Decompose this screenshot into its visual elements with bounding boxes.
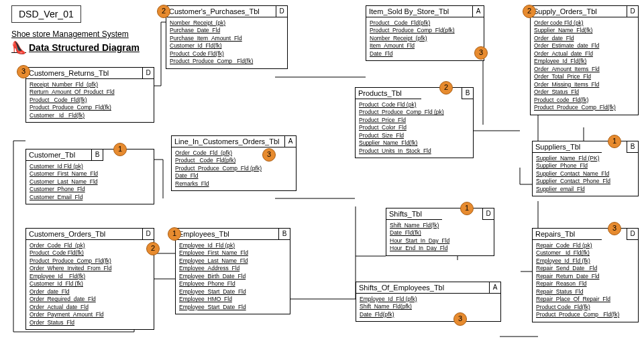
dsd-version-text: DSD_Ver_01 [19,9,74,19]
table-title: Shifts_Of_Employees_Tbl [356,282,500,294]
table-title: Products_Tbl [356,88,421,99]
field: Order_Payment_Amount_Fld [30,311,150,318]
table-customers-purchases: 2 Customer's_Purchases_Tbl D Nomber_Rece… [166,5,288,69]
table-repairs: Repairs_Tbl 3 D Repair_Code_Fld (pk)Cust… [532,228,639,322]
field: Purchase_Item_Amount_Fld [170,35,284,42]
corner-letter: B [91,149,103,161]
table-fields: Customer_Id Fld (pk)Customer_First_Name_… [26,161,154,204]
table-title: Customers_Orders_Tbl [26,229,154,240]
corner-letter: D [142,228,154,240]
corner-letter: A [472,5,484,17]
field: Order_Actual_date_Fld [534,50,635,58]
table-fields: Product _Code_Fld(pfk)Product_Produce_Co… [366,17,484,60]
badge: 3 [608,222,621,235]
field: Supplier_Contact_Name_Fld [536,170,635,178]
field: Receipt_Number_Fld_(pfk) [30,81,150,88]
field: Order_Required_date_Fld [30,296,150,303]
table-customer: Customer_Tbl 1 B Customer_Id Fld (pk)Cus… [25,149,154,204]
field: Repair_Reason_Fld [536,280,635,288]
badge: 3 [453,312,467,326]
table-title: Line_In_Customers_Orders_Tbl [172,136,296,147]
field: Repair_Return_Date_Fld [536,273,635,280]
corner-letter: B [627,141,639,153]
field: Customer_Id Fld (pk) [30,163,150,170]
table-customers-returns: 3 Customers_Returns_Tbl D Receipt_Number… [25,67,154,123]
field: Product _Code_Fld(fk) [30,97,150,104]
dsd-version-box: DSD_Ver_01 [11,5,81,23]
table-line-in-orders: Line_In_Customers_Orders_Tbl A 3 Order_C… [171,135,297,191]
field: Remarks_Fld [175,180,292,188]
table-products: Products_Tbl 2 B Product_Code Fld (pk)Pr… [355,87,474,158]
badge: 3 [474,46,488,60]
table-fields: Order_Code_Fld_(pfk)Product_ Code_Fld(pf… [172,147,296,190]
field: Product Code_Fld(fk) [536,304,635,311]
table-fields: Order_Code_Fld_(pk)Product_Code Fld(fk)P… [26,240,154,329]
field: Product_Produce_Comp_ Fld(fk) [536,311,635,318]
field: Product_Code Fld(fk) [170,50,284,58]
field: Customer_First_Name_Fld [30,170,150,178]
field: Product_ Code_Fld(pfk) [175,157,292,164]
table-suppliers: Suppliers_Tbl 1 B Supplier_Name_Fld (PK)… [532,141,639,196]
corner-letter: A [489,282,501,294]
badge: 2 [157,5,170,18]
field: Employee_Id_Fld (fk) [536,257,635,265]
field: Order_Where_Invited_From_Fld [30,265,150,272]
field: Order_Estimate_date_Fld [534,42,635,50]
table-customers-orders: Customers_Orders_Tbl D 2 Order_Code_Fld_… [25,228,154,330]
field: Order_Status_Fld [534,88,635,96]
field: Order_Amount_Items_Fld [534,66,635,73]
field: Customer_Phone_Fld [30,186,150,193]
field: Supplier_Contact_Phone_Fld [536,178,635,185]
field: Supplier_Name_Fld(fk) [359,139,470,147]
field: Employee_Phone_Fld [179,280,286,288]
field: Date_Fld(pfk) [360,311,497,318]
field: Product_Produce_Comp_ Fld(fk) [170,58,284,65]
field: Order_Actual_date_Fld [30,304,150,311]
field: Supplier_Phone_Fld [536,162,635,170]
field: Rerturn_Amount_Of_Product_Fld [30,88,150,96]
field: Product_Size_Fld [359,132,470,139]
table-fields: Employee_Id_Fld (pk)Employee_First_Name_… [176,240,290,314]
corner-letter: A [284,135,297,147]
field: Employee_First_Name_Fld [179,249,286,257]
badge: 2 [439,81,453,95]
field: Shift_Name_Fld(fk) [390,222,490,229]
corner-letter: B [278,228,290,240]
field: Order_Status_Fld [30,319,150,326]
table-title: Shifts_Tbl [386,208,442,220]
table-fields: Employee_Id_Fld (pfk)Shift_Name_Fld(pfk)… [356,294,500,321]
table-shifts: Shifts_Tbl 1 D Shift_Name_Fld(fk)Date_Fl… [386,208,494,256]
field: Customer _Id_Fld(fk) [536,249,635,257]
table-fields: Product_Code Fld (pk)Product_Produce_Com… [356,99,473,158]
shoe-icon: 👠 [11,40,26,55]
table-fields: Repair_Code_Fld (pk)Customer _Id_Fld(fk)… [533,240,638,322]
field: Product_Code Fld (pk) [359,101,470,109]
table-title: Repairs_Tbl [533,229,602,240]
field: Employee_Id_Fld (pk) [179,242,286,249]
field: Product_Produce_Comp_Fld(fk) [30,104,150,111]
field: Repair_Code_Fld (pk) [536,242,635,249]
field: Employee_Birth_Date_Fld [179,273,286,280]
corner-letter: D [482,208,494,220]
field: Purchase_Date_Fld [170,27,284,34]
table-fields: Receipt_Number_Fld_(pfk)Rerturn_Amount_O… [26,79,154,122]
field: Supplier_Name_Fld(fk) [534,27,635,34]
field: Order_Missing_Items_Fld [534,81,635,88]
field: Product_Code Fld(fk) [30,249,150,257]
field: Date_Fld(fk) [390,229,490,237]
corner-letter: D [627,5,639,17]
table-shifts-of-employees: Shifts_Of_Employees_Tbl A 3 Employee_Id_… [356,282,501,322]
field: Product_Produce_Comp_Fld (pfk) [175,165,292,172]
field: Employee_Address_Fld [179,265,286,272]
badge: 1 [460,202,474,215]
field: Product_Produce_Comp_Fld(pfk) [370,27,480,34]
badge: 2 [523,5,536,18]
field: Product_Price_Fld [359,117,470,124]
field: Customer_Email_Fld [30,194,150,201]
page-subtitle: 👠 Data Structured Diagram [11,40,140,55]
field: Supplier_email_Fld [536,186,635,193]
corner-letter: D [627,228,639,240]
field: Employee_Id__Fld(fk) [30,273,150,280]
field: Hour_Start_In_Day_Fld [390,237,490,245]
field: Customer_Last_Name_Fld [30,178,150,186]
